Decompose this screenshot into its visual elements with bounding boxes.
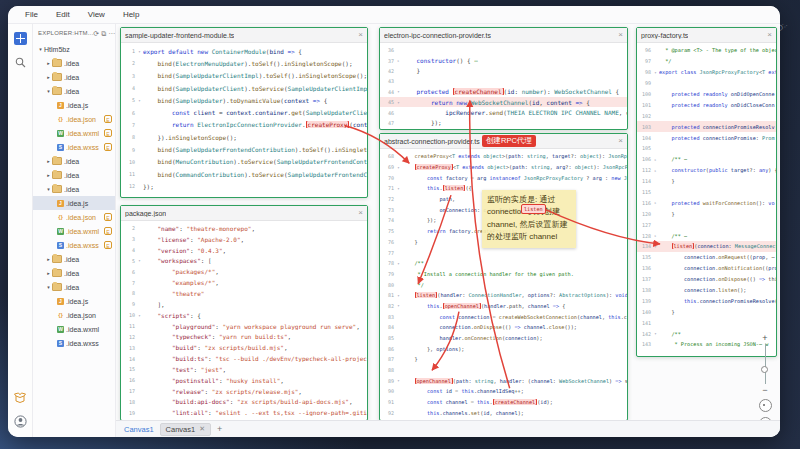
tree-folder[interactable]: ▸.idea <box>33 56 115 70</box>
tree-file[interactable]: W.idea.wxmlE <box>33 126 115 140</box>
tree-folder[interactable]: ▾.idea <box>33 280 115 294</box>
canvas-tab-active[interactable]: Canvas1 ✕ <box>160 423 211 436</box>
folder-icon <box>52 171 62 179</box>
tree-folder[interactable]: ▸.idea <box>33 154 115 168</box>
code-editor[interactable]: 3637▸ constructor() { ⋯42 }4344▾ protect… <box>380 43 627 129</box>
modified-badge: E <box>104 227 112 235</box>
menu-bar: FileEditViewHelp <box>8 6 780 24</box>
tree-file[interactable]: W.idea.wxml <box>33 322 115 336</box>
fold-icon[interactable]: ▾ <box>395 303 402 308</box>
code-editor[interactable]: 96 * @param <T> - The type of the object… <box>637 43 776 356</box>
tree-file[interactable]: {}.idea.jsonE <box>33 210 115 224</box>
code-editor[interactable]: 2 "name": "theatre-monorepo",3 "license"… <box>121 221 367 420</box>
explorer-view-icon[interactable] <box>12 30 28 46</box>
code-line: 139 this.connectionPromiseResolve( <box>637 295 776 306</box>
fold-icon[interactable]: ▾ <box>395 261 402 266</box>
tree-file[interactable]: S.idea.wxssE <box>33 140 115 154</box>
tree-folder[interactable]: ▾.idea <box>33 84 115 98</box>
fold-icon[interactable]: ▾ <box>395 89 402 94</box>
tree-folder[interactable]: ▾.idea <box>33 182 115 196</box>
panel-close-icon[interactable]: × <box>618 137 623 145</box>
fold-icon[interactable]: ▾ <box>136 258 143 263</box>
code-line: 99 <box>637 78 776 89</box>
sticky-note[interactable]: 监听的实质是: 通过 connection 实例创建 channel, 然后设置… <box>482 190 576 248</box>
panel-close-icon[interactable]: × <box>618 31 623 39</box>
fold-icon[interactable]: ▾ <box>136 98 143 103</box>
fold-icon[interactable]: ▸ <box>652 233 659 238</box>
fold-icon[interactable]: ▸ <box>395 58 402 63</box>
fold-icon[interactable]: ▾ <box>395 186 402 191</box>
fold-icon[interactable]: ▸ <box>652 157 659 162</box>
code-line: 2 "name": "theatre-monorepo", <box>121 223 367 234</box>
code-line: 98▾export class JsonRpcProxyFactory<T ex… <box>637 67 776 78</box>
fold-icon[interactable]: ▾ <box>136 49 143 54</box>
code-line: 96 * @param <T> - The type of the object <box>637 45 776 56</box>
code-line: 77 <box>380 247 627 258</box>
tree-file[interactable]: {}.idea.json <box>33 308 115 322</box>
zoom-slider-handle[interactable] <box>761 366 768 373</box>
tree-file[interactable]: S.idea.wxssE <box>33 238 115 252</box>
search-icon[interactable] <box>12 54 28 70</box>
tree-folder[interactable]: ▸.idea <box>33 168 115 182</box>
zoom-in-button[interactable]: + <box>762 334 767 342</box>
tree-file[interactable]: J.idea.js <box>33 196 115 210</box>
fold-icon[interactable]: ▾ <box>395 165 402 170</box>
code-line: 4 bind(SampleUpdaterClient).toService(Sa… <box>121 82 367 94</box>
tree-root[interactable]: ▾Htlm5bz <box>33 42 115 56</box>
file-icon-wxml: W <box>57 130 64 137</box>
fold-icon[interactable]: ▾ <box>652 331 659 336</box>
file-icon-js: J <box>57 298 64 305</box>
tree-folder[interactable]: ▸.idea <box>33 70 115 84</box>
panel-titlebar[interactable]: sample-updater-frontend-module.ts× <box>121 28 367 43</box>
tree-file[interactable]: S.idea.wxss <box>33 336 115 350</box>
new-canvas-button[interactable]: + <box>217 424 222 434</box>
fold-icon[interactable]: ▾ <box>136 313 143 318</box>
zoom-reset-button[interactable] <box>759 417 772 420</box>
code-editor[interactable]: 1▾export default new ContainerModule(bin… <box>121 43 367 197</box>
account-icon[interactable] <box>12 413 28 429</box>
panel-titlebar[interactable]: package.json× <box>121 206 367 221</box>
modified-badge: E <box>104 143 112 151</box>
zoom-out-button[interactable]: − <box>762 386 767 394</box>
zoom-fit-button[interactable] <box>759 399 772 412</box>
code-panel: electron-ipc-connection-provider.ts×3637… <box>379 27 628 130</box>
code-line: 5▾ "workspaces": [ <box>121 256 367 267</box>
menu-edit[interactable]: Edit <box>47 10 79 19</box>
panel-close-icon[interactable]: × <box>358 209 363 217</box>
zoom-slider[interactable] <box>765 344 766 384</box>
refresh-icon[interactable]: ⟳ <box>93 30 99 37</box>
app-window: FileEditViewHelp EXPLORER:HTM... <box>8 6 780 437</box>
tree-file[interactable]: W.idea.wxmlE <box>33 224 115 238</box>
code-line: 102 <box>637 110 776 121</box>
fold-icon[interactable]: ▾ <box>652 70 659 75</box>
fold-icon[interactable]: ▾ <box>395 100 402 105</box>
tree-folder[interactable]: ▸.idea <box>33 266 115 280</box>
panel-titlebar[interactable]: electron-ipc-connection-provider.ts× <box>380 28 627 43</box>
tree-file[interactable]: J.idea.js <box>33 294 115 308</box>
menu-file[interactable]: File <box>16 10 47 19</box>
canvas-viewport[interactable]: 监听的实质是: 通过 connection 实例创建 channel, 然后设置… <box>116 24 780 420</box>
panel-close-icon[interactable]: × <box>358 31 363 39</box>
fold-icon[interactable]: ▾ <box>652 244 659 249</box>
code-line: 42 } <box>380 66 627 76</box>
fold-icon[interactable]: ▸ <box>652 200 659 205</box>
collapse-all-icon[interactable]: ⧉ <box>101 30 106 37</box>
tab-close-icon[interactable]: ✕ <box>199 425 205 433</box>
more-actions-icon[interactable]: ⋯ <box>108 30 115 37</box>
tree-folder[interactable]: ▸.idea <box>33 252 115 266</box>
code-panel: package.json×2 "name": "theatre-monorepo… <box>120 205 368 420</box>
code-line: 88 <box>380 365 627 376</box>
menu-help[interactable]: Help <box>114 10 148 19</box>
code-line: 5▾ bind(SampleUpdater).toDynamicValue(co… <box>121 94 367 106</box>
code-line: 18 "build:api-docs": "zx scripts/build-a… <box>121 397 367 408</box>
panel-close-icon[interactable]: × <box>767 31 772 39</box>
fold-icon[interactable]: ▸ <box>652 168 659 173</box>
fold-icon[interactable]: ▾ <box>395 378 402 383</box>
tree-file[interactable]: {}.idea.jsonE <box>33 112 115 126</box>
menu-view[interactable]: View <box>79 10 114 19</box>
fold-icon[interactable]: ▾ <box>395 293 402 298</box>
tree-file[interactable]: J.idea.js <box>33 98 115 112</box>
canvas-breadcrumb[interactable]: Canvas1 <box>124 425 154 434</box>
package-box-icon[interactable] <box>12 389 28 405</box>
panel-titlebar[interactable]: proxy-factory.ts× <box>637 28 776 43</box>
